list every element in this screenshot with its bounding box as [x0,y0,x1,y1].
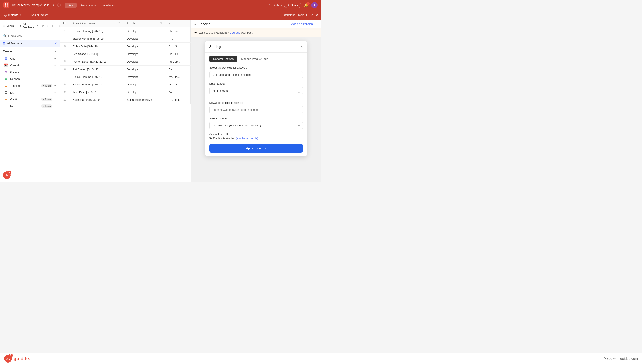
participant-cell[interactable]: Pat Everett [5-16-19] [70,66,124,73]
participant-cell[interactable]: Lee Szabo [5-02-19] [70,50,124,58]
add-import-button[interactable]: ＋ Add or import [27,13,48,17]
participant-cell[interactable]: Jasper Morrison [5-08-19] [70,35,124,43]
create-kanban-item[interactable]: ⧉ Kanban + [3,76,57,82]
modal-close-button[interactable]: × [300,44,303,49]
table-row[interactable]: 4 Lee Szabo [5-02-19] Developer Un... I … [60,50,191,58]
gallery-plus-icon[interactable]: + [54,70,56,74]
gantt-plus-icon[interactable]: + [54,97,56,101]
extensions-button[interactable]: Extensions [282,13,295,16]
purchase-credits-link[interactable]: (Purchase credits) [236,136,258,140]
participant-cell[interactable]: Peyton Devereaux [7-22-19] [70,58,124,66]
table-row[interactable]: 1 Felicia Fleming [5-07-19] Developer Th… [60,27,191,35]
notes-cell[interactable]: Fo... [165,66,191,73]
group-icon[interactable]: ⊟ [51,24,53,27]
table-row[interactable]: 6 Pat Everett [5-16-19] Developer Fo... [60,66,191,73]
keywords-input[interactable] [209,106,303,114]
table-row[interactable]: 5 Peyton Devereaux [7-22-19] Developer T… [60,58,191,66]
col-role[interactable]: A Role ⇅ [124,20,165,27]
participant-cell[interactable]: Kayla Barton [5-06-19] [70,96,124,104]
role-cell[interactable]: Developer [124,58,165,66]
app-title-chevron[interactable]: ▼ [52,4,55,7]
col-notes[interactable]: ≡ [165,20,191,27]
notes-cell[interactable]: I've... St... [165,88,191,96]
timeline-plus-icon[interactable]: + [54,84,56,88]
table-row[interactable]: 9 Jess Patel [5-15-19] Developer I've...… [60,88,191,96]
calendar-plus-icon[interactable]: + [54,64,56,67]
create-calendar-item[interactable]: 📅 Calendar + [3,62,57,69]
new-plus-icon[interactable]: + [54,104,56,108]
user-avatar[interactable]: A [311,2,317,8]
table-row[interactable]: 3 Robin Jaffe [5-14-19] Developer I'm...… [60,43,191,50]
table-fields-label: Select tables/fields for analysis [209,66,303,69]
tools-button[interactable]: Tools ▼ [298,13,308,16]
table-row[interactable]: 7 Felicia Fleming [5-07-19] Developer I'… [60,73,191,81]
notes-cell[interactable]: Th... op... [165,58,191,66]
insights-tab[interactable]: ◎ Insights ▼ [3,12,24,18]
role-cell[interactable]: Sales representative [124,96,165,104]
tab-general-settings[interactable]: General Settings [209,56,238,62]
info-icon[interactable]: ⓘ [57,3,61,7]
role-cell[interactable]: Developer [124,35,165,43]
date-range-select[interactable]: All-time data Last 7 days Last 30 days L… [209,87,303,94]
role-cell[interactable]: Developer [124,88,165,96]
table-row[interactable]: 2 Jasper Morrison [5-08-19] Developer I'… [60,35,191,43]
kanban-plus-icon[interactable]: + [54,77,56,81]
notes-cell[interactable]: I'm... of t... [165,96,191,104]
create-gallery-item[interactable]: ⊠ Gallery + [3,69,57,76]
create-timeline-item[interactable]: ≡ Timeline ✦ Team + [3,82,57,89]
expand-icon[interactable]: ⤢ [310,13,313,17]
close-panel-icon[interactable]: ✕ [316,13,318,17]
grid-plus-icon[interactable]: + [54,57,56,60]
all-feedback-view-item[interactable]: ⊞ All feedback ✓ [0,40,60,47]
nav-tab-interfaces[interactable]: Interfaces [100,2,118,8]
model-select[interactable]: Use GPT-3.5 (Faster, but less accurate) … [209,122,303,129]
create-new-item[interactable]: ⊞ Ne... ✦ Team + [3,103,57,110]
notes-cell[interactable]: As... as... [165,81,191,88]
sort-icon[interactable]: ↕ [55,24,57,27]
create-gantt-item[interactable]: ≡ Gantt ✦ Team + [3,96,57,103]
role-cell[interactable]: Developer [124,81,165,88]
table-row[interactable]: 10 Kayla Barton [5-06-19] Sales represen… [60,96,191,104]
notes-cell[interactable]: I'm... to... [165,73,191,81]
apply-changes-button[interactable]: Apply changes [209,144,303,152]
table-wrapper[interactable]: A Participant name ⇅ A Role ⇅ [60,20,191,182]
create-header[interactable]: Create... ▼ [3,50,57,53]
participant-cell[interactable]: Felicia Fleming [5-07-19] [70,27,124,35]
upgrade-link[interactable]: Upgrade [230,31,240,34]
role-cell[interactable]: Developer [124,27,165,35]
find-view-input[interactable] [8,34,57,38]
role-cell[interactable]: Developer [124,50,165,58]
notes-cell[interactable]: Th... so... [165,27,191,35]
col-select[interactable] [60,20,70,27]
notes-cell[interactable]: Un... I d... [165,50,191,58]
table-fields-selector[interactable]: ≡ 1 Table and 2 Fields selected [209,71,303,78]
tab-product-tags[interactable]: Manage Product Tags [237,56,272,62]
help-button[interactable]: ? Help [273,4,281,7]
nav-tab-automations[interactable]: Automations [78,2,99,8]
participant-cell[interactable]: Felicia Fleming [5-07-19] [70,81,124,88]
nav-tab-data[interactable]: Data [65,2,76,8]
participant-cell[interactable]: Robin Jaffe [5-14-19] [70,43,124,50]
table-row[interactable]: 8 Felicia Fleming [5-07-19] Developer As… [60,81,191,88]
filter-icon[interactable]: ≡ [47,24,48,27]
add-extension-button[interactable]: + Add an extension [289,22,313,26]
select-all-checkbox[interactable] [64,22,66,24]
notification-button[interactable]: 🔔 1 [304,3,309,8]
all-feedback-tab[interactable]: ⊞ All feedback ▼ [17,22,41,30]
role-cell[interactable]: Developer [124,73,165,81]
role-cell[interactable]: Developer [124,66,165,73]
history-icon[interactable]: ⟳ [268,4,271,7]
share-button[interactable]: ↗ Share [284,2,301,8]
more-options-button[interactable]: ··· [314,22,317,26]
list-plus-icon[interactable]: + [54,90,56,94]
role-cell[interactable]: Developer [124,43,165,50]
create-list-item[interactable]: ☰ List + [3,89,57,96]
collapse-icon[interactable]: ◂ [194,22,196,26]
participant-cell[interactable]: Jess Patel [5-15-19] [70,88,124,96]
col-participant[interactable]: A Participant name ⇅ [70,20,124,27]
participant-cell[interactable]: Felicia Fleming [5-07-19] [70,73,124,81]
notes-cell[interactable]: I'm... [165,35,191,43]
hide-fields-icon[interactable]: ⊘ [42,24,45,27]
create-grid-item[interactable]: ⊞ Grid + [3,55,57,62]
notes-cell[interactable]: I'm... St... [165,43,191,50]
